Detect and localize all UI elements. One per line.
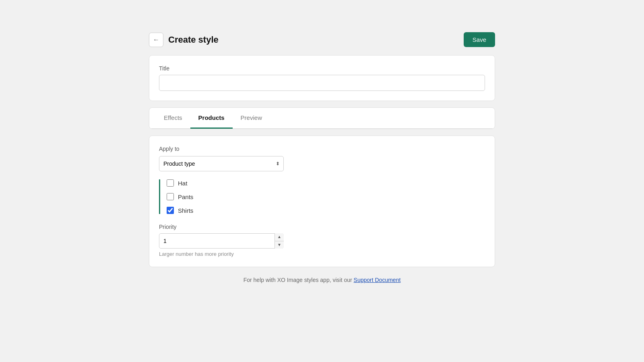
content-card: Apply to Product type All products Speci… [149,136,495,267]
priority-spinners: ▲ ▼ [275,233,284,249]
title-card: Title [149,55,495,101]
checkbox-pants-input[interactable] [167,193,174,200]
priority-up-button[interactable]: ▲ [275,233,284,241]
title-input[interactable] [159,75,485,91]
checkbox-hat-input[interactable] [167,179,174,187]
checkbox-shirts-input[interactable] [167,207,174,214]
priority-hint: Larger number has more priority [159,251,485,257]
checkbox-list: Hat Pants Shirts [159,179,485,214]
priority-down-button[interactable]: ▼ [275,241,284,249]
tab-preview[interactable]: Preview [233,108,270,129]
title-label: Title [159,65,485,72]
checkbox-hat-label: Hat [178,180,187,187]
page-title: Create style [168,35,219,45]
checkbox-pants[interactable]: Pants [167,193,485,200]
apply-to-label: Apply to [159,146,485,152]
apply-to-select[interactable]: Product type All products Specific produ… [159,156,284,171]
tab-products[interactable]: Products [190,108,233,129]
checkbox-shirts-label: Shirts [178,207,193,214]
checkbox-pants-label: Pants [178,193,193,200]
tabs-header: Effects Products Preview [149,108,495,129]
apply-to-select-wrapper: Product type All products Specific produ… [159,156,284,171]
page-header: ← Create style Save [149,32,495,47]
priority-label: Priority [159,224,485,230]
tabs-container: Effects Products Preview [149,107,495,129]
checkbox-hat[interactable]: Hat [167,179,485,187]
tab-effects[interactable]: Effects [156,108,190,129]
save-button[interactable]: Save [464,32,495,47]
priority-input-wrapper: ▲ ▼ [159,233,284,249]
checkbox-shirts[interactable]: Shirts [167,207,485,214]
footer: For help with XO Image styles app, visit… [149,277,495,283]
support-document-link[interactable]: Support Document [354,277,401,283]
back-button[interactable]: ← [149,33,163,47]
footer-text: For help with XO Image styles app, visit… [244,277,354,283]
header-left: ← Create style [149,33,219,47]
priority-input[interactable] [159,233,284,249]
